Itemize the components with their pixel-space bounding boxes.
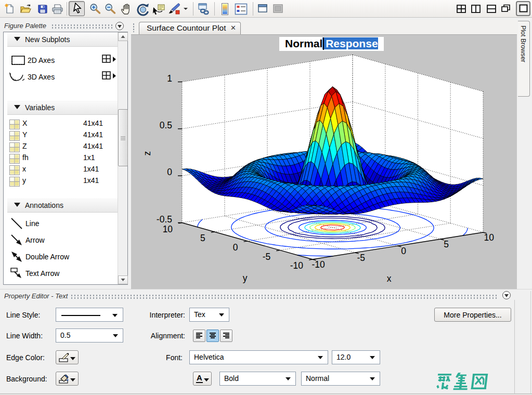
svg-text:0: 0 <box>167 167 172 177</box>
svg-text:y: y <box>243 273 248 283</box>
svg-text:-5: -5 <box>263 252 271 262</box>
svg-text:5: 5 <box>200 233 205 243</box>
svg-text:10: 10 <box>484 232 494 243</box>
svg-text:z: z <box>142 151 152 156</box>
svg-text:10: 10 <box>163 224 173 234</box>
svg-text:x: x <box>387 273 392 284</box>
svg-text:1: 1 <box>167 73 172 84</box>
svg-text:-10: -10 <box>312 259 326 270</box>
svg-text:0.5: 0.5 <box>160 120 172 130</box>
svg-text:-10: -10 <box>290 260 304 271</box>
svg-text:-5: -5 <box>357 253 365 263</box>
svg-text:5: 5 <box>444 239 449 249</box>
svg-text:0: 0 <box>401 246 406 256</box>
svg-text:0: 0 <box>233 242 238 253</box>
svg-text:-0.5: -0.5 <box>157 214 172 225</box>
